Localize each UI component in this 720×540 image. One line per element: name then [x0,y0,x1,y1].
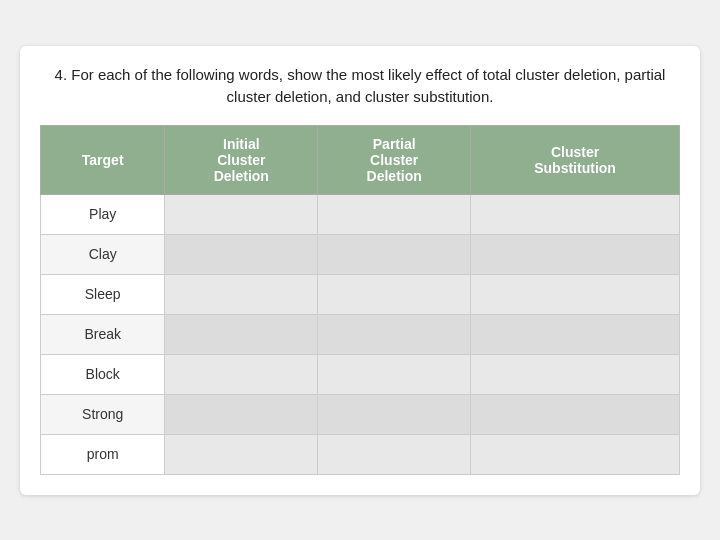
table-row: Block [41,354,680,394]
data-cell [471,354,680,394]
data-cell [318,394,471,434]
data-cell [318,194,471,234]
data-cell [471,314,680,354]
data-cell [165,274,318,314]
card: 4. For each of the following words, show… [20,46,700,495]
data-cell [318,434,471,474]
data-cell [318,354,471,394]
main-table: Target InitialClusterDeletion PartialClu… [40,125,680,475]
table-body: PlayClaySleepBreakBlockStrongprom [41,194,680,474]
table-row: Break [41,314,680,354]
table-row: Play [41,194,680,234]
data-cell [165,194,318,234]
data-cell [165,234,318,274]
col-header-cluster: ClusterSubstitution [471,125,680,194]
data-cell [471,234,680,274]
data-cell [471,194,680,234]
table-row: prom [41,434,680,474]
target-cell: Clay [41,234,165,274]
data-cell [165,394,318,434]
target-cell: prom [41,434,165,474]
target-cell: Break [41,314,165,354]
col-header-initial: InitialClusterDeletion [165,125,318,194]
target-cell: Play [41,194,165,234]
data-cell [471,394,680,434]
table-row: Strong [41,394,680,434]
data-cell [165,354,318,394]
data-cell [165,314,318,354]
target-cell: Strong [41,394,165,434]
data-cell [318,274,471,314]
data-cell [318,234,471,274]
table-row: Sleep [41,274,680,314]
data-cell [318,314,471,354]
data-cell [165,434,318,474]
target-cell: Sleep [41,274,165,314]
target-cell: Block [41,354,165,394]
col-header-partial: PartialClusterDeletion [318,125,471,194]
table-header-row: Target InitialClusterDeletion PartialClu… [41,125,680,194]
question-text: 4. For each of the following words, show… [40,64,680,109]
col-header-target: Target [41,125,165,194]
data-cell [471,274,680,314]
table-row: Clay [41,234,680,274]
data-cell [471,434,680,474]
